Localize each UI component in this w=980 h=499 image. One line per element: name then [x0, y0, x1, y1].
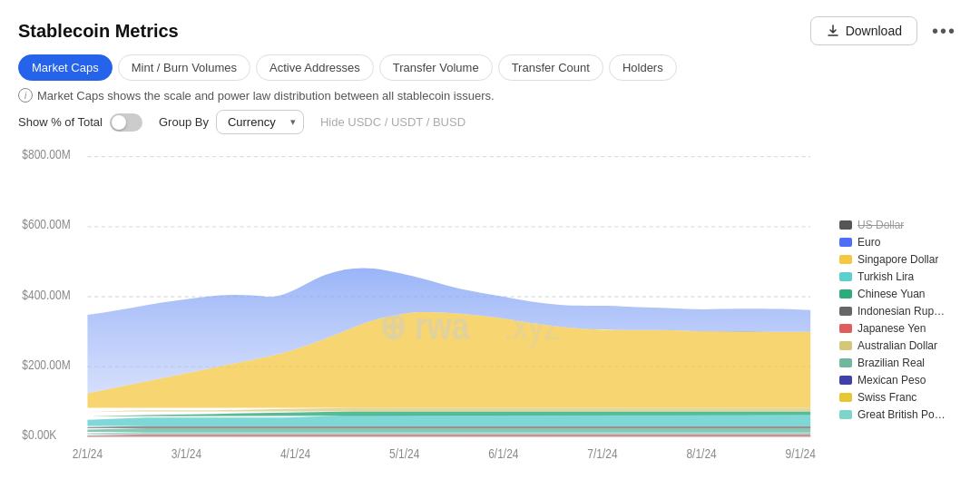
svg-text:2/1/24: 2/1/24: [73, 446, 103, 461]
legend-color-sgd: [839, 255, 852, 264]
svg-text:$400.00M: $400.00M: [22, 288, 70, 302]
legend-item-brl[interactable]: Brazilian Real: [839, 357, 962, 369]
legend-item-chf[interactable]: Swiss Franc: [839, 391, 962, 404]
hide-usdc-button[interactable]: Hide USDC / USDT / BUSD: [320, 115, 466, 129]
legend-item-sgd[interactable]: Singapore Dollar: [839, 253, 962, 266]
legend-color-usdollar: [839, 220, 852, 230]
legend-label-idr: Indonesian Rup…: [858, 305, 945, 318]
header-row: Stablecoin Metrics Download •••: [18, 16, 962, 45]
tab-holders[interactable]: Holders: [609, 54, 677, 81]
more-options-button[interactable]: •••: [926, 17, 962, 45]
info-row: i Market Caps shows the scale and power …: [18, 88, 962, 103]
legend-item-jpy[interactable]: Japanese Yen: [839, 322, 962, 335]
legend-color-euro: [839, 238, 852, 247]
legend-item-idr[interactable]: Indonesian Rup…: [839, 305, 962, 318]
app-container: Stablecoin Metrics Download ••• Market C…: [0, 0, 980, 499]
legend-color-gbp: [839, 410, 852, 419]
legend-label-gbp: Great British Po…: [858, 408, 946, 421]
legend-label-mxn: Mexican Peso: [858, 374, 926, 386]
svg-text:.xyz: .xyz: [504, 304, 560, 347]
toggle-knob: [112, 115, 126, 130]
svg-text:$200.00M: $200.00M: [22, 357, 70, 372]
legend-color-cny: [839, 289, 852, 298]
svg-text:$600.00M: $600.00M: [22, 217, 70, 231]
show-pct-toggle[interactable]: [110, 113, 142, 132]
svg-text:8/1/24: 8/1/24: [686, 446, 717, 461]
svg-text:7/1/24: 7/1/24: [587, 446, 618, 461]
show-pct-toggle-group: Show % of Total: [18, 113, 142, 132]
chart-area: $800.00M $600.00M $400.00M $200.00M $0.0…: [18, 140, 962, 490]
legend-label-sgd: Singapore Dollar: [858, 253, 938, 266]
info-text: Market Caps shows the scale and power la…: [37, 89, 495, 103]
legend-label-try: Turkish Lira: [858, 270, 914, 283]
legend-item-mxn[interactable]: Mexican Peso: [839, 374, 962, 386]
tabs-row: Market Caps Mint / Burn Volumes Active A…: [18, 54, 962, 81]
legend-item-usdollar[interactable]: US Dollar: [839, 219, 962, 231]
show-pct-label: Show % of Total: [18, 115, 103, 129]
tab-transfer-volume[interactable]: Transfer Volume: [379, 54, 493, 81]
download-icon: [826, 24, 840, 38]
legend-color-brl: [839, 358, 852, 367]
legend-color-aud: [839, 341, 852, 350]
svg-text:3/1/24: 3/1/24: [172, 446, 202, 461]
legend-item-cny[interactable]: Chinese Yuan: [839, 288, 962, 300]
legend-color-jpy: [839, 324, 852, 333]
svg-text:9/1/24: 9/1/24: [786, 446, 817, 461]
legend-item-try[interactable]: Turkish Lira: [839, 270, 962, 283]
legend-label-brl: Brazilian Real: [858, 357, 925, 369]
controls-row: Show % of Total Group By Currency Issuer…: [18, 110, 962, 134]
svg-text:5/1/24: 5/1/24: [389, 446, 420, 461]
tab-mint-burn[interactable]: Mint / Burn Volumes: [118, 54, 250, 81]
legend-color-mxn: [839, 376, 852, 385]
download-button[interactable]: Download: [810, 16, 917, 45]
chart-wrapper: $800.00M $600.00M $400.00M $200.00M $0.0…: [18, 140, 830, 490]
chart-legend: US Dollar Euro Singapore Dollar Turkish …: [830, 140, 962, 490]
tab-transfer-count[interactable]: Transfer Count: [498, 54, 603, 81]
svg-text:6/1/24: 6/1/24: [488, 446, 519, 461]
svg-text:$0.00K: $0.00K: [22, 427, 56, 442]
legend-label-chf: Swiss Franc: [858, 391, 916, 404]
svg-text:⊕ rwa: ⊕ rwa: [379, 304, 470, 347]
legend-item-aud[interactable]: Australian Dollar: [839, 339, 962, 352]
svg-text:$800.00M: $800.00M: [22, 147, 70, 161]
legend-label-euro: Euro: [858, 236, 880, 249]
tab-active-addresses[interactable]: Active Addresses: [256, 54, 374, 81]
page-title: Stablecoin Metrics: [18, 21, 179, 42]
svg-text:4/1/24: 4/1/24: [280, 446, 311, 461]
legend-label-cny: Chinese Yuan: [858, 288, 926, 300]
legend-color-try: [839, 272, 852, 281]
legend-label-aud: Australian Dollar: [858, 339, 937, 352]
legend-item-euro[interactable]: Euro: [839, 236, 962, 249]
main-chart-svg: $800.00M $600.00M $400.00M $200.00M $0.0…: [18, 140, 830, 490]
legend-label-jpy: Japanese Yen: [858, 322, 926, 335]
legend-label-usdollar: US Dollar: [858, 219, 904, 231]
legend-color-idr: [839, 307, 852, 316]
group-by-label: Group By: [159, 115, 209, 129]
currency-select[interactable]: Currency Issuer: [216, 110, 304, 134]
tab-market-caps[interactable]: Market Caps: [18, 54, 113, 81]
header-right: Download •••: [810, 16, 962, 45]
legend-item-gbp[interactable]: Great British Po…: [839, 408, 962, 421]
info-icon: i: [18, 88, 33, 103]
legend-color-chf: [839, 393, 852, 402]
group-by-row: Group By Currency Issuer ▾: [159, 110, 304, 134]
currency-select-wrap: Currency Issuer ▾: [216, 110, 304, 134]
